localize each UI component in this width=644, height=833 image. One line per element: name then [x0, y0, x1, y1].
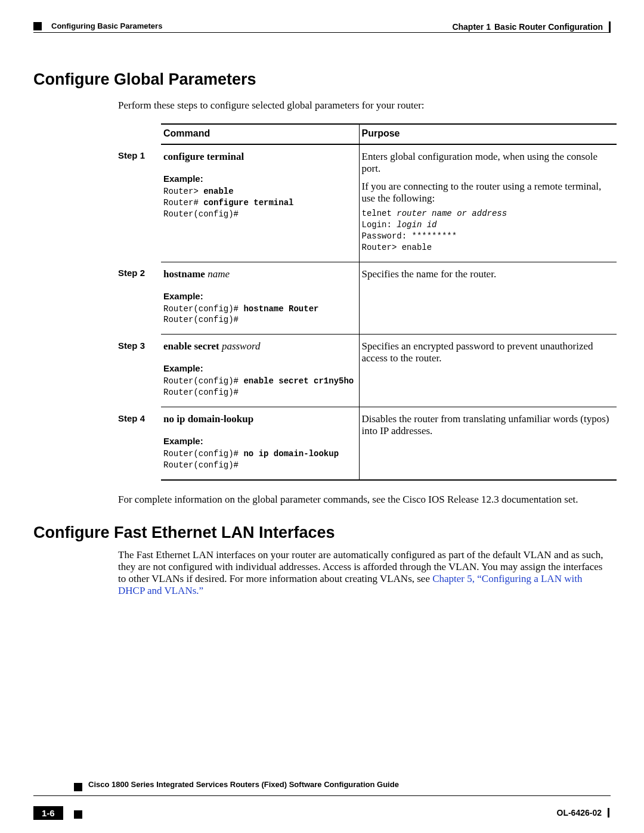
- footer-guide-title: Cisco 1800 Series Integrated Services Ro…: [88, 780, 399, 789]
- content: Configure Global Parameters Perform thes…: [33, 60, 611, 609]
- footer-tick-icon: [608, 808, 609, 817]
- section-body: The Fast Ethernet LAN interfaces on your…: [118, 549, 611, 597]
- page: Configuring Basic Parameters Chapter 1 B…: [0, 0, 644, 833]
- page-number: 1-6: [33, 806, 63, 820]
- table-row: Step 3 enable secret password Example: R…: [118, 335, 617, 407]
- command-cell: configure terminal Example: Router> enab…: [161, 144, 359, 262]
- purpose-cell: Specifies the name for the router.: [359, 262, 617, 335]
- example-code: Router(config)# enable secret cr1ny5ho R…: [163, 376, 354, 398]
- command-name: configure terminal: [163, 151, 354, 163]
- command-name: enable secret password: [163, 340, 354, 352]
- example-label: Example:: [163, 174, 354, 184]
- command-name: hostname name: [163, 268, 354, 280]
- table-row: Step 1 configure terminal Example: Route…: [118, 144, 617, 262]
- section-heading-fe: Configure Fast Ethernet LAN Interfaces: [33, 524, 611, 542]
- table-header-command: Command: [161, 124, 359, 144]
- header-tick-icon: [609, 21, 611, 32]
- purpose-text: Disables the router from translating unf…: [362, 413, 612, 437]
- header-chapter-title: Basic Router Configuration: [494, 22, 603, 32]
- section-body: Perform these steps to configure selecte…: [118, 100, 611, 506]
- doc-number: OL-6426-02: [557, 808, 609, 817]
- command-name: no ip domain-lookup: [163, 413, 354, 425]
- table-header-step: [118, 124, 161, 144]
- purpose-text: Specifies an encrypted password to preve…: [362, 340, 612, 364]
- running-header-left: Configuring Basic Parameters: [33, 21, 162, 30]
- footer-rule: [33, 795, 611, 796]
- footer-square-icon: [74, 783, 82, 791]
- step-label: Step 3: [118, 335, 161, 407]
- footer-square-icon: [74, 810, 82, 819]
- header-chapter-label: Chapter 1: [452, 22, 491, 32]
- table-row: Step 4 no ip domain-lookup Example: Rout…: [118, 407, 617, 480]
- step-label: Step 1: [118, 144, 161, 262]
- purpose-code: telnet router name or address Login: log…: [362, 208, 612, 253]
- purpose-cell: Specifies an encrypted password to preve…: [359, 335, 617, 407]
- header-section: Configuring Basic Parameters: [51, 21, 162, 30]
- example-code: Router(config)# no ip domain-lookup Rout…: [163, 448, 354, 471]
- fe-paragraph: The Fast Ethernet LAN interfaces on your…: [118, 549, 611, 597]
- purpose-text: If you are connecting to the router usin…: [362, 181, 612, 205]
- header-square-icon: [33, 22, 42, 30]
- purpose-text: Specifies the name for the router.: [362, 268, 612, 280]
- purpose-text: Enters global configuration mode, when u…: [362, 151, 612, 175]
- intro-paragraph: Perform these steps to configure selecte…: [118, 100, 611, 112]
- purpose-cell: Enters global configuration mode, when u…: [359, 144, 617, 262]
- table-header-purpose: Purpose: [359, 124, 617, 144]
- command-cell: hostname name Example: Router(config)# h…: [161, 262, 359, 335]
- header-rule: [33, 32, 611, 33]
- example-label: Example:: [163, 291, 354, 301]
- command-table: Command Purpose Step 1 configure termina…: [118, 123, 617, 481]
- table-row: Step 2 hostname name Example: Router(con…: [118, 262, 617, 335]
- command-cell: enable secret password Example: Router(c…: [161, 335, 359, 407]
- running-header-right: Chapter 1 Basic Router Configuration: [452, 21, 611, 32]
- section-heading-global: Configure Global Parameters: [33, 70, 611, 89]
- example-label: Example:: [163, 363, 354, 373]
- example-code: Router(config)# hostname Router Router(c…: [163, 304, 354, 326]
- example-label: Example:: [163, 436, 354, 446]
- example-code: Router> enable Router# configure termina…: [163, 186, 354, 220]
- step-label: Step 2: [118, 262, 161, 335]
- step-label: Step 4: [118, 407, 161, 480]
- purpose-cell: Disables the router from translating unf…: [359, 407, 617, 480]
- closing-paragraph: For complete information on the global p…: [118, 494, 611, 506]
- command-cell: no ip domain-lookup Example: Router(conf…: [161, 407, 359, 480]
